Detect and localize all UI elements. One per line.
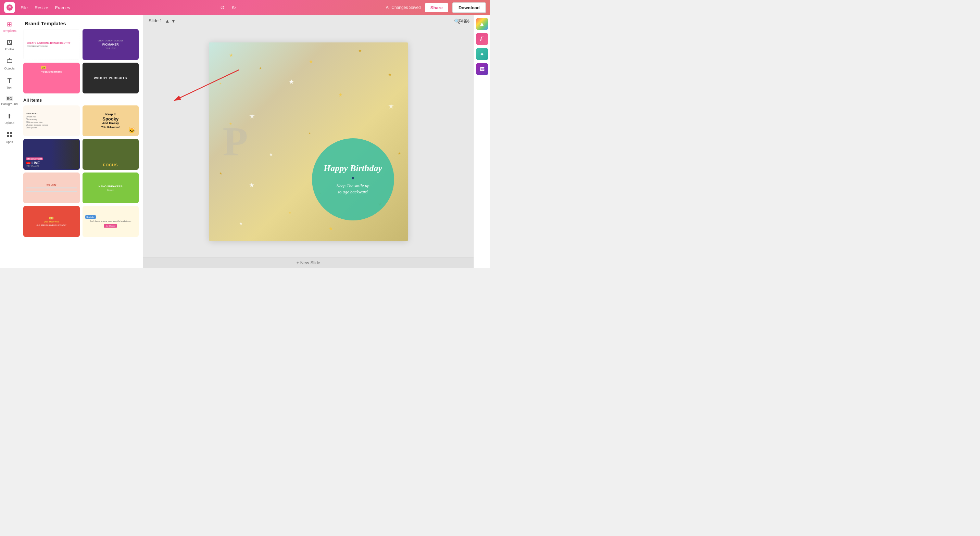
- saved-status: All Changes Saved: [386, 5, 421, 10]
- reminder-btn[interactable]: Say Cheese!: [104, 224, 117, 228]
- app-icon-gradient[interactable]: ▲: [476, 18, 488, 30]
- topbar: P File Resize Frames ↺ ↻ All Changes Sav…: [0, 0, 490, 15]
- app-icon-brush[interactable]: ✦: [476, 48, 488, 60]
- slide-nav: ▲ ▼: [165, 18, 176, 24]
- woody-title: WOODY PURSUITS: [94, 76, 127, 80]
- undo-icon[interactable]: ↺: [220, 5, 224, 11]
- template-card-brand-identity[interactable]: CREATE A STRONG BRAND IDENTITY COMPREHEN…: [23, 29, 80, 60]
- sidebar-item-apps[interactable]: Apps: [1, 129, 18, 146]
- picmaker-title: PICMAKER: [102, 43, 119, 46]
- sidebar-item-background[interactable]: BG Background: [1, 94, 18, 108]
- template-card-reminder[interactable]: Reminder Don't forget to wear your beaut…: [83, 206, 139, 237]
- menu-resize[interactable]: Resize: [35, 5, 48, 10]
- menu-file[interactable]: File: [21, 5, 28, 10]
- birthday-subtitle: Keep The smile upto age backward: [336, 183, 369, 195]
- reminder-text: Don't forget to wear your beautiful smil…: [90, 220, 132, 222]
- sidebar-label-apps: Apps: [6, 140, 13, 144]
- live-title: LIVE: [32, 161, 40, 165]
- template-card-daily[interactable]: My Daily: [23, 173, 80, 203]
- p-letter: P: [223, 118, 248, 165]
- template-card-woody[interactable]: WOODY PURSUITS: [83, 63, 139, 94]
- new-slide-button[interactable]: + New Slide: [143, 257, 474, 268]
- birthday-title: Happy Birthday: [324, 163, 382, 173]
- daily-title: My Daily: [46, 184, 56, 186]
- upload-icon: ⬆: [7, 113, 12, 120]
- zoom-level: 49%: [461, 19, 469, 24]
- slide-title: Slide 1: [149, 18, 162, 23]
- all-items-grid-2: 28th January 2023 LIVE LIVE KATY WILLIAM…: [23, 139, 139, 170]
- checklist-title: CHECKLIST: [26, 113, 77, 115]
- canvas-background: ★ ★ ★ ★ ★ ★ ★ ★ ★ ★ ★ ★ ★ ★ ★ ★ ★: [209, 43, 408, 241]
- live-badge: 28th January 2023: [26, 157, 43, 160]
- canvas-area: 🔍 49% Slide 1 ▲ ▼ ⧉ ⊕ ★ ★ ★: [143, 15, 474, 268]
- background-icon: BG: [6, 96, 13, 101]
- all-items-grid-4: 📢 DID YOU WIN OUR SPECIAL GAMEBOY GIVEAW…: [23, 206, 139, 237]
- svg-rect-2: [7, 60, 12, 63]
- all-items-grid-3: My Daily KENO SNEAKERS Giveaway: [23, 173, 139, 203]
- brand-identity-sub: COMPREHENSIVE GUIDE: [27, 45, 76, 47]
- brand-template-grid-2: 25 Yoga Beginners WOODY PURSUITS: [23, 63, 139, 94]
- sidebar-item-photos[interactable]: 🖼 Photos: [1, 36, 18, 54]
- menu-items: File Resize Frames: [21, 5, 70, 10]
- sidebar-label-templates: Templates: [2, 29, 16, 33]
- slide-nav-up[interactable]: ▲: [165, 18, 170, 24]
- slide-header: Slide 1 ▲ ▼ ⧉ ⊕: [143, 15, 474, 26]
- brand-template-grid: CREATE A STRONG BRAND IDENTITY COMPREHEN…: [23, 29, 139, 60]
- sidebar-label-objects: Objects: [4, 67, 15, 70]
- svg-point-3: [9, 58, 10, 60]
- template-card-checklist[interactable]: CHECKLIST Work hard Eat healthy Be gener…: [23, 105, 80, 136]
- all-items-header: All Items: [23, 98, 139, 103]
- panel-content[interactable]: CREATE A STRONG BRAND IDENTITY COMPREHEN…: [19, 29, 143, 268]
- download-button[interactable]: Download: [452, 2, 486, 13]
- share-button[interactable]: Share: [425, 3, 448, 12]
- focus-text: FOCUS: [103, 163, 118, 167]
- template-card-win[interactable]: 📢 DID YOU WIN OUR SPECIAL GAMEBOY GIVEAW…: [23, 206, 80, 237]
- template-card-picmaker[interactable]: CREATE GREAT DESIGNS PICMAKER YOUR HOST: [83, 29, 139, 60]
- sidebar-item-text[interactable]: T Text: [1, 74, 18, 92]
- zoom-icon: 🔍: [454, 19, 460, 24]
- template-card-spooky[interactable]: Keep It Spooky And Freaky This Halloween…: [83, 105, 139, 136]
- sidebar-label-text: Text: [6, 86, 12, 89]
- sidebar-item-templates[interactable]: ⊞ Templates: [1, 18, 18, 35]
- template-card-yoga[interactable]: 25 Yoga Beginners: [23, 63, 80, 94]
- slide-nav-down[interactable]: ▼: [171, 18, 176, 24]
- redo-icon[interactable]: ↻: [231, 5, 236, 11]
- photos-icon: 🖼: [6, 40, 13, 46]
- all-items-grid-1: CHECKLIST Work hard Eat healthy Be gener…: [23, 105, 139, 136]
- spooky-text: Keep It Spooky And Freaky This Halloween…: [101, 113, 119, 129]
- sidebar-item-upload[interactable]: ⬆ Upload: [1, 110, 18, 127]
- birthday-circle: Happy Birthday ⏸ Keep The smile upto age…: [312, 138, 394, 220]
- template-card-focus[interactable]: FOCUS: [83, 139, 139, 170]
- svg-text:P: P: [9, 6, 11, 10]
- template-card-keno[interactable]: KENO SNEAKERS Giveaway: [83, 173, 139, 203]
- svg-rect-6: [7, 135, 9, 137]
- template-card-live[interactable]: 28th January 2023 LIVE LIVE KATY WILLIAM…: [23, 139, 80, 170]
- templates-panel: Brand Templates CREATE A STRONG BRAND ID…: [19, 15, 143, 268]
- slide-canvas[interactable]: ★ ★ ★ ★ ★ ★ ★ ★ ★ ★ ★ ★ ★ ★ ★ ★ ★: [209, 43, 408, 241]
- right-actions: All Changes Saved Share Download: [386, 2, 486, 13]
- menu-frames[interactable]: Frames: [55, 5, 70, 10]
- sidebar-item-objects[interactable]: Objects: [1, 55, 18, 73]
- text-icon: T: [7, 77, 11, 85]
- sidebar-label-background: Background: [1, 102, 18, 106]
- apps-icon: [6, 132, 13, 139]
- app-icon-gallery[interactable]: 🖼: [476, 63, 488, 75]
- center-tools: ↺ ↻: [76, 5, 380, 11]
- zoom-control: 🔍 49%: [454, 19, 469, 24]
- panel-header: Brand Templates: [19, 15, 143, 29]
- objects-icon: [6, 58, 13, 66]
- main-layout: ⊞ Templates 🖼 Photos Objects T Text BG B…: [0, 15, 490, 268]
- win-sub: OUR SPECIAL GAMEBOY GIVEAWAY: [37, 224, 67, 226]
- left-sidebar: ⊞ Templates 🖼 Photos Objects T Text BG B…: [0, 15, 19, 268]
- sidebar-label-upload: Upload: [5, 121, 14, 125]
- birthday-divider: ⏸: [326, 176, 380, 180]
- svg-rect-7: [10, 135, 12, 137]
- win-text: DID YOU WIN: [44, 220, 59, 223]
- app-icon-font[interactable]: F: [476, 33, 488, 45]
- slide-canvas-wrapper: ★ ★ ★ ★ ★ ★ ★ ★ ★ ★ ★ ★ ★ ★ ★ ★ ★: [143, 26, 474, 257]
- live-name: KATY WILLIAMS: [26, 165, 39, 167]
- templates-icon: ⊞: [7, 21, 12, 28]
- sidebar-label-photos: Photos: [5, 48, 14, 51]
- yoga-title: Yoga Beginners: [41, 70, 62, 73]
- app-logo[interactable]: P: [4, 2, 15, 13]
